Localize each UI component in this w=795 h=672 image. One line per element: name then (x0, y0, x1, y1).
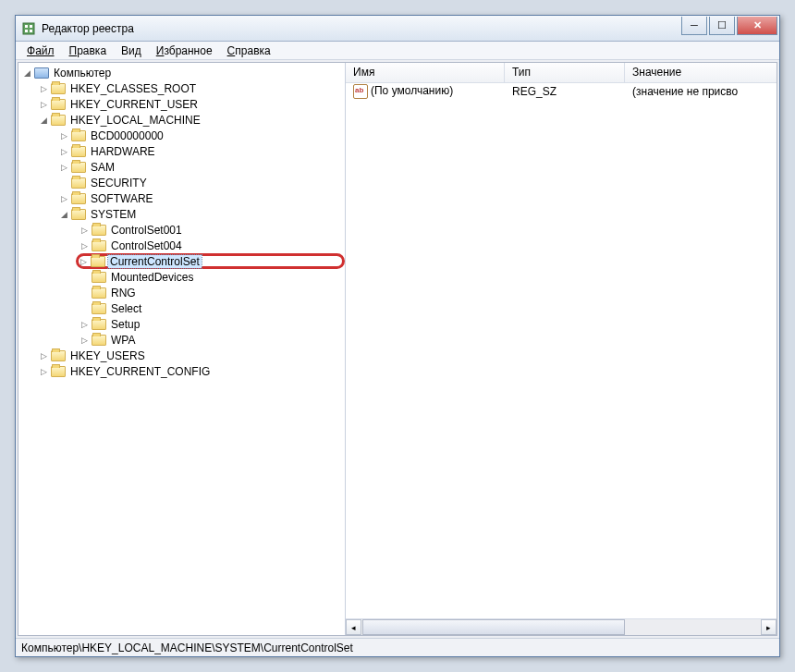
folder-icon (92, 272, 106, 283)
tree-software[interactable]: ▷SOFTWARE (18, 190, 345, 206)
menu-help[interactable]: Справка (222, 43, 276, 59)
tree-select[interactable]: Select (18, 300, 345, 316)
folder-icon (71, 193, 86, 204)
expand-icon[interactable]: ▷ (39, 350, 49, 360)
close-button[interactable]: ✕ (737, 17, 777, 35)
col-type[interactable]: Тип (505, 63, 625, 82)
scroll-right-button[interactable]: ▸ (761, 619, 777, 635)
scroll-left-button[interactable]: ◂ (346, 619, 361, 635)
expand-icon[interactable]: ▷ (59, 193, 69, 203)
tree-security[interactable]: SECURITY (18, 175, 345, 190)
expand-icon[interactable]: ▷ (80, 240, 90, 250)
folder-icon (92, 319, 106, 330)
folder-icon (71, 209, 86, 220)
folder-icon (51, 366, 66, 377)
col-data[interactable]: Значение (625, 63, 777, 82)
folder-icon (91, 256, 105, 267)
menubar: Файлdocument.currentScript.previousEleme… (16, 42, 779, 60)
tree-system[interactable]: ◢SYSTEM (18, 206, 345, 222)
tree-hkcu[interactable]: ▷HKEY_CURRENT_USER (18, 96, 345, 112)
scroll-thumb[interactable] (362, 619, 625, 635)
value-row[interactable]: (По умолчанию) REG_SZ (значение не присв… (346, 83, 777, 100)
minimize-button[interactable]: ─ (681, 17, 707, 35)
folder-icon (71, 146, 86, 157)
expand-icon[interactable]: ▷ (39, 83, 49, 93)
svg-rect-1 (25, 25, 28, 28)
status-path: Компьютер\HKEY_LOCAL_MACHINE\SYSTEM\Curr… (21, 641, 353, 654)
maximize-button[interactable]: ☐ (709, 17, 735, 35)
folder-icon (92, 225, 106, 236)
menu-view[interactable]: Вид (116, 43, 147, 59)
expand-icon[interactable]: ▷ (39, 366, 49, 376)
expand-icon[interactable]: ▷ (80, 319, 90, 329)
menu-favorites[interactable]: Избранное (151, 43, 218, 59)
svg-rect-2 (30, 25, 32, 28)
expand-icon[interactable]: ▷ (39, 99, 49, 109)
expand-icon[interactable]: ▷ (80, 225, 90, 235)
folder-icon (71, 177, 86, 189)
collapse-icon[interactable]: ◢ (59, 209, 69, 219)
folder-icon (51, 99, 66, 110)
folder-icon (92, 240, 106, 251)
svg-rect-3 (25, 30, 28, 32)
scroll-track[interactable] (362, 619, 760, 635)
tree-hklm[interactable]: ◢HKEY_LOCAL_MACHINE (18, 112, 345, 128)
tree-currentcontrolset[interactable]: ▷CurrentControlSet (76, 253, 345, 269)
expand-icon[interactable]: ▷ (59, 146, 69, 156)
tree-setup[interactable]: ▷Setup (18, 316, 345, 332)
folder-icon (92, 287, 106, 299)
tree-wpa[interactable]: ▷WPA (18, 332, 345, 348)
menu-file[interactable]: Файлdocument.currentScript.previousEleme… (21, 43, 60, 59)
window-controls: ─ ☐ ✕ (679, 17, 777, 35)
folder-icon (51, 350, 66, 361)
value-data: (значение не присво (625, 85, 777, 98)
collapse-icon[interactable]: ◢ (39, 115, 49, 125)
folder-icon (51, 115, 66, 126)
expand-icon[interactable]: ▷ (59, 130, 69, 141)
values-list[interactable]: (По умолчанию) REG_SZ (значение не присв… (346, 83, 777, 618)
svg-rect-0 (23, 23, 34, 34)
menu-edit[interactable]: Правка (64, 43, 113, 59)
key-tree[interactable]: ◢Компьютер ▷HKEY_CLASSES_ROOT ▷HKEY_CURR… (18, 63, 346, 635)
expand-icon[interactable]: ▷ (80, 335, 90, 345)
tree-root[interactable]: ◢Компьютер (18, 65, 345, 80)
tree-hkcr[interactable]: ▷HKEY_CLASSES_ROOT (18, 80, 345, 96)
registry-editor-window: Редактор реестра ─ ☐ ✕ Файлdocument.curr… (15, 15, 780, 657)
folder-icon (71, 162, 86, 173)
expand-icon[interactable]: ▷ (79, 256, 89, 266)
svg-rect-4 (30, 30, 32, 32)
tree-rng[interactable]: RNG (18, 285, 345, 300)
tree-bcd[interactable]: ▷BCD00000000 (18, 128, 345, 143)
tree-hku[interactable]: ▷HKEY_USERS (18, 348, 345, 363)
folder-icon (51, 83, 66, 94)
tree-sam[interactable]: ▷SAM (18, 159, 345, 175)
content-area: ◢Компьютер ▷HKEY_CLASSES_ROOT ▷HKEY_CURR… (18, 62, 777, 636)
folder-icon (71, 130, 86, 141)
app-icon (21, 21, 36, 36)
tree-hardware[interactable]: ▷HARDWARE (18, 143, 345, 159)
horizontal-scrollbar[interactable]: ◂ ▸ (346, 618, 777, 635)
col-name[interactable]: Имя (346, 63, 505, 82)
tree-mounteddevices[interactable]: MountedDevices (18, 269, 345, 285)
string-icon (353, 84, 368, 99)
window-title: Редактор реестра (42, 22, 679, 35)
values-pane: Имя Тип Значение (По умолчанию) REG_SZ (… (346, 63, 777, 635)
tree-cs004[interactable]: ▷ControlSet004 (18, 238, 345, 253)
folder-icon (92, 335, 106, 346)
statusbar: Компьютер\HKEY_LOCAL_MACHINE\SYSTEM\Curr… (16, 638, 779, 656)
titlebar[interactable]: Редактор реестра ─ ☐ ✕ (16, 16, 779, 42)
values-header: Имя Тип Значение (346, 63, 777, 83)
value-type: REG_SZ (505, 85, 625, 98)
expand-icon[interactable]: ▷ (59, 162, 69, 172)
tree-hkcc[interactable]: ▷HKEY_CURRENT_CONFIG (18, 363, 345, 379)
tree-cs001[interactable]: ▷ControlSet001 (18, 222, 345, 238)
computer-icon (34, 67, 49, 79)
collapse-icon[interactable]: ◢ (22, 67, 32, 78)
value-name: (По умолчанию) (346, 84, 505, 99)
folder-icon (92, 303, 106, 314)
